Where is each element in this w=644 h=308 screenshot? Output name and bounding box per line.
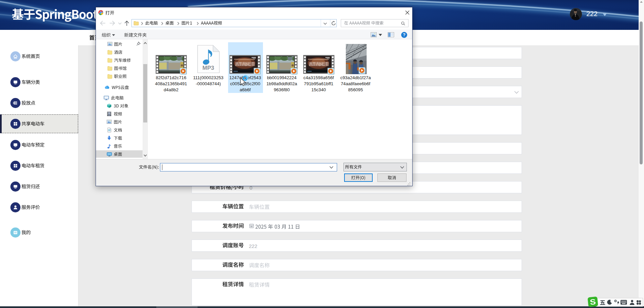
svg-text:MP3: MP3 — [203, 65, 214, 71]
